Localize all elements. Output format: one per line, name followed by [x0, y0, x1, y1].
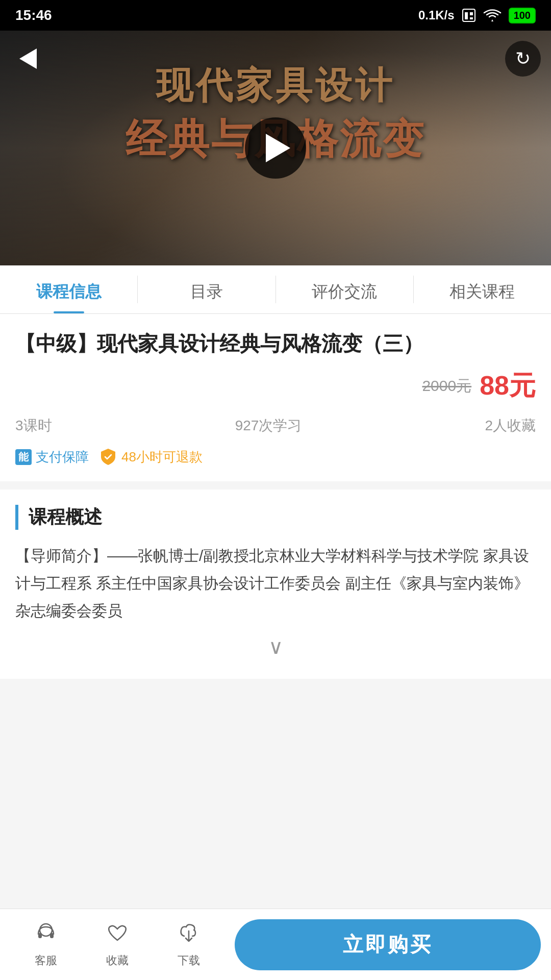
- badge-payment-icon: 能: [15, 449, 32, 465]
- collect-label: 收藏: [106, 953, 129, 968]
- svg-rect-2: [470, 12, 473, 15]
- play-icon: [266, 134, 290, 162]
- download-label: 下载: [178, 953, 200, 968]
- badge-payment-label: 支付保障: [36, 448, 89, 466]
- lessons-count: 3课时: [15, 416, 52, 435]
- network-speed: 0.1K/s: [418, 8, 455, 22]
- customer-service-button[interactable]: 客服: [10, 916, 82, 973]
- status-bar: 15:46 0.1K/s 100: [0, 0, 551, 31]
- video-player[interactable]: 现代家具设计 经典与风格流变 ↻: [0, 31, 551, 265]
- tab-catalog[interactable]: 目录: [138, 265, 275, 313]
- service-label: 客服: [35, 953, 57, 968]
- badge-refund: 48小时可退款: [99, 448, 203, 466]
- study-count: 927次学习: [235, 416, 302, 435]
- back-button[interactable]: [10, 41, 46, 77]
- collect-button[interactable]: 收藏: [82, 916, 153, 973]
- expand-arrow[interactable]: ∨: [15, 625, 536, 664]
- svg-rect-1: [465, 12, 468, 19]
- buy-button-label: 立即购买: [343, 930, 433, 959]
- badge-payment: 能 支付保障: [15, 448, 89, 466]
- badge-refund-label: 48小时可退款: [121, 448, 203, 466]
- svg-rect-0: [463, 9, 475, 21]
- download-icon: [177, 921, 201, 950]
- tab-related[interactable]: 相关课程: [414, 265, 551, 313]
- headset-icon: [34, 921, 58, 950]
- heart-icon: [106, 921, 129, 950]
- refresh-icon: ↻: [515, 48, 531, 69]
- price-row: 2000元 88元: [15, 368, 536, 404]
- buy-button[interactable]: 立即购买: [235, 919, 541, 970]
- collect-count: 2人收藏: [485, 416, 536, 435]
- shield-icon: [99, 448, 117, 466]
- tab-review[interactable]: 评价交流: [276, 265, 413, 313]
- stats-row: 3课时 927次学习 2人收藏: [15, 416, 536, 435]
- status-time: 15:46: [15, 7, 52, 23]
- battery-label: 100: [509, 8, 536, 23]
- badges-row: 能 支付保障 48小时可退款: [15, 448, 536, 481]
- sim-icon: [462, 8, 476, 22]
- tabs-bar: 课程信息 目录 评价交流 相关课程: [0, 265, 551, 314]
- svg-rect-3: [470, 17, 473, 19]
- price-current: 88元: [480, 368, 536, 404]
- status-icons: 0.1K/s 100: [418, 8, 536, 23]
- bottom-actions: 客服 收藏 下载 立即购买: [10, 916, 541, 973]
- section-title: 课程概述: [15, 505, 536, 530]
- refresh-button[interactable]: ↻: [505, 41, 541, 77]
- overview-section: 课程概述 【导师简介】——张帆博士/副教授北京林业大学材料科学与技术学院 家具设…: [0, 489, 551, 679]
- back-arrow-icon: [19, 48, 37, 69]
- price-original: 2000元: [422, 376, 471, 397]
- play-button[interactable]: [245, 117, 306, 179]
- download-button[interactable]: 下载: [153, 916, 224, 973]
- course-title: 【中级】现代家具设计经典与风格流变（三）: [15, 329, 536, 358]
- video-title-line1: 现代家具设计: [0, 61, 551, 110]
- course-info-section: 【中级】现代家具设计经典与风格流变（三） 2000元 88元 3课时 927次学…: [0, 314, 551, 481]
- wifi-icon: [483, 8, 502, 22]
- tab-course-info[interactable]: 课程信息: [0, 265, 137, 313]
- bottom-bar: 客服 收藏 下载 立即购买: [0, 909, 551, 980]
- section-content: 【导师简介】——张帆博士/副教授北京林业大学材料科学与技术学院 家具设计与工程系…: [15, 542, 536, 625]
